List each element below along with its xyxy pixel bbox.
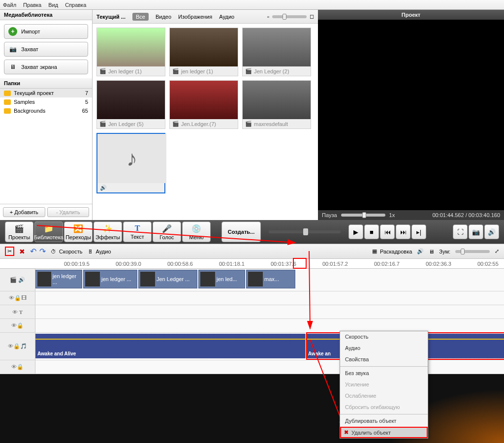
prev-button[interactable]: ⏮: [380, 224, 395, 239]
video-clip[interactable]: max...: [246, 270, 295, 288]
snapshot-button[interactable]: 📷: [469, 224, 483, 239]
ctx-delete[interactable]: ✖Удалить объект: [340, 427, 428, 438]
playhead-marker[interactable]: [293, 258, 307, 269]
time-ruler[interactable]: 00:00:19.500:00:39.000:00:58.600:01:18.1…: [0, 259, 504, 269]
folder-backgrounds[interactable]: Backgrounds65: [0, 106, 92, 115]
preview-viewport[interactable]: [318, 20, 504, 210]
fullscreen-button[interactable]: ⛶: [453, 224, 468, 239]
play-button[interactable]: ▶: [348, 224, 363, 239]
audio-tool[interactable]: 🎚Аудио: [88, 249, 111, 254]
menubar[interactable]: Файл Правка Вид Справка: [0, 0, 504, 10]
menu-help[interactable]: Справка: [65, 2, 86, 8]
speed-slider[interactable]: [341, 214, 385, 217]
speed-label: 1x: [389, 212, 395, 218]
folder-icon: [4, 99, 11, 105]
text-track[interactable]: 👁 T: [0, 305, 504, 319]
media-thumb[interactable]: 🎬jen ledger (1): [169, 28, 238, 76]
film-icon: ▦: [372, 248, 377, 254]
ctx-duplicate[interactable]: Дублировать объект: [340, 415, 428, 427]
preview-panel: Проект Пауза 1x 00:01:44.562 / 00:03:40.…: [318, 10, 504, 220]
stop-button[interactable]: ■: [364, 224, 379, 239]
video-clip[interactable]: Jen Ledger ...: [138, 270, 197, 288]
screen-icon: 🖥: [8, 63, 17, 71]
timeline-area: ✂ ✖ ↶ ↷ ⏱Скорость 🎚Аудио ▦Раскадровка 🔊 …: [0, 244, 504, 374]
timeline-scrubber[interactable]: [269, 230, 341, 233]
ctx-fade[interactable]: Ослабление: [340, 390, 428, 402]
menu-file[interactable]: Файл: [3, 2, 16, 8]
extra-track[interactable]: 👁🔒: [0, 360, 504, 374]
filter-current[interactable]: Текущий ...: [96, 14, 126, 20]
sound-icon[interactable]: 🔊: [417, 248, 424, 254]
folder-current[interactable]: Текущий проект7: [0, 89, 92, 97]
storyboard-toggle[interactable]: ▦Раскадровка: [372, 248, 412, 254]
menu-button[interactable]: 💿Меню: [182, 222, 211, 242]
redo-icon[interactable]: ↷: [39, 247, 46, 256]
effects-button[interactable]: ✨Эффекты: [94, 222, 122, 242]
media-thumb[interactable]: 🎬maxresdefault: [242, 80, 311, 129]
video-icon: 🎬: [245, 68, 252, 74]
folder-icon: [4, 108, 11, 114]
equalizer-icon: 🎚: [88, 249, 93, 254]
media-thumb[interactable]: 🎬Jen.Ledger.(7): [169, 80, 238, 129]
wand-icon: ✨: [103, 224, 113, 233]
text-button[interactable]: TТекст: [123, 222, 152, 242]
mic-icon: 🎤: [162, 224, 172, 233]
speed-tool[interactable]: ⏱Скорость: [51, 249, 83, 254]
thumb-size-slider[interactable]: [272, 15, 307, 18]
capture-button[interactable]: 📷Захват: [4, 42, 88, 57]
video-clip[interactable]: jen ledger ...: [35, 270, 82, 288]
folder-samples[interactable]: Samples5: [0, 97, 92, 106]
plus-icon: +: [8, 27, 17, 36]
media-thumb-audio[interactable]: ♪🔊: [96, 133, 165, 193]
create-button[interactable]: Создать...: [221, 222, 261, 242]
frame-button[interactable]: ▸|: [411, 224, 426, 239]
main-toolbar: 🎬Проекты 📁Библиотека 🔀Переходы ✨Эффекты …: [0, 220, 504, 244]
library-button[interactable]: 📁Библиотека: [34, 222, 63, 242]
ctx-amplify[interactable]: Усиление: [340, 379, 428, 390]
zoom-slider[interactable]: [455, 250, 490, 253]
filter-video[interactable]: Видео: [156, 14, 171, 20]
add-folder-button[interactable]: + Добавить: [3, 207, 45, 217]
menu-edit[interactable]: Правка: [23, 2, 41, 8]
volume-button[interactable]: 🔊: [484, 224, 499, 239]
projects-button[interactable]: 🎬Проекты: [5, 222, 33, 242]
sound-icon: 🔊: [100, 185, 107, 191]
split-button[interactable]: ✂: [5, 247, 14, 256]
context-menu[interactable]: Скорость Аудио Свойства Без звука Усилен…: [340, 331, 428, 439]
next-button[interactable]: ⏭: [396, 224, 410, 239]
media-thumb[interactable]: 🎬Jen Ledger (2): [242, 28, 311, 76]
media-thumb[interactable]: 🎬Jen Ledger (5): [96, 80, 165, 129]
undo-icon[interactable]: ↶: [30, 247, 36, 256]
video-clip[interactable]: jen led...: [198, 270, 245, 288]
ctx-mute[interactable]: Без звука: [340, 368, 428, 379]
delete-icon[interactable]: ✖: [19, 248, 25, 255]
media-thumb[interactable]: 🎬Jen ledger (1): [96, 28, 165, 76]
camera-icon: 📷: [8, 45, 17, 54]
display-icon[interactable]: 🖥: [429, 249, 434, 254]
effect-track[interactable]: 👁🔒: [0, 319, 504, 333]
fit-icon[interactable]: ⤢: [495, 248, 499, 254]
ctx-speed[interactable]: Скорость: [340, 331, 428, 343]
audio-clip[interactable]: Awake and Alive Awake an: [35, 334, 504, 358]
filter-audio[interactable]: Аудио: [219, 14, 234, 20]
screen-capture-button[interactable]: 🖥Захват экрана: [4, 60, 88, 74]
transitions-button[interactable]: 🔀Переходы: [64, 222, 93, 242]
ctx-properties[interactable]: Свойства: [340, 354, 428, 365]
music-note-icon: ♪: [97, 134, 166, 183]
filter-images[interactable]: Изображения: [178, 14, 212, 20]
delete-folder-button[interactable]: - Удалить: [47, 207, 90, 217]
ctx-reset-envelope[interactable]: Сбросить огибающую: [340, 402, 428, 413]
preview-title: Проект: [318, 10, 504, 20]
audio-track[interactable]: 👁🔒🎵 Awake and Alive Awake an: [0, 333, 504, 360]
menu-view[interactable]: Вид: [48, 2, 58, 8]
video-clip[interactable]: jen ledger ...: [83, 270, 137, 288]
filter-all[interactable]: Все: [132, 13, 149, 21]
thumbnails-grid: 🎬Jen ledger (1) 🎬jen ledger (1) 🎬Jen Led…: [93, 24, 318, 197]
import-button[interactable]: +Импорт: [4, 24, 88, 39]
video-track[interactable]: 🎬🔊 jen ledger ... jen ledger ... Jen Led…: [0, 269, 504, 291]
voice-button[interactable]: 🎤Голос: [153, 222, 181, 242]
library-title: Медиабиблиотека: [0, 10, 92, 20]
ctx-audio[interactable]: Аудио: [340, 343, 428, 354]
overlay-track[interactable]: 👁🔒🎞: [0, 291, 504, 305]
film-icon: 🎬: [10, 277, 17, 283]
